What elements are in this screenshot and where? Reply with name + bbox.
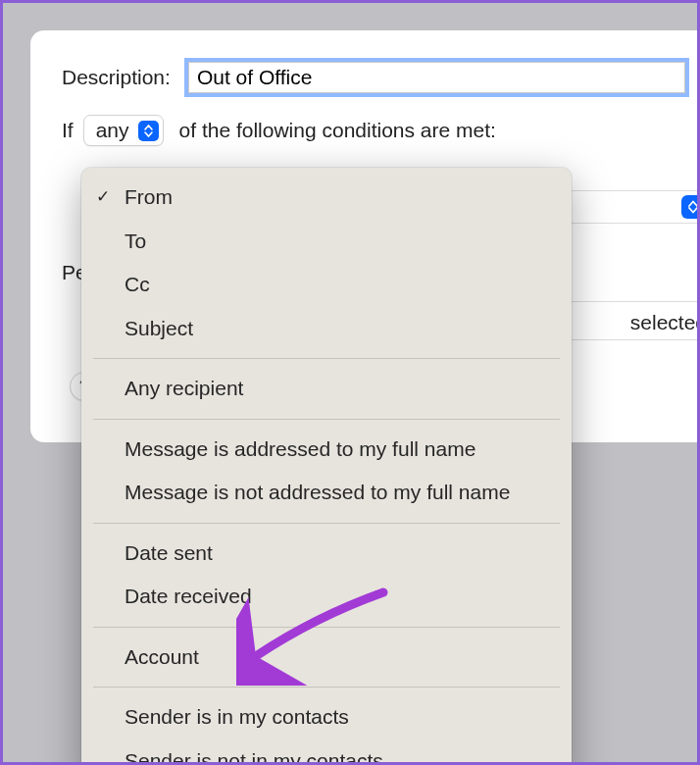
checkmark-icon: ✓ [96, 184, 110, 210]
menu-item-label: Message is addressed to my full name [125, 434, 475, 466]
condition-scope-row: If any of the following conditions are m… [62, 115, 685, 146]
menu-separator [93, 687, 560, 688]
menu-item-label: Account [125, 641, 199, 674]
menu-item-label: Message is not addressed to my full name [125, 477, 510, 509]
description-row: Description: [62, 62, 685, 93]
menu-item[interactable]: Sender is not in my contacts [81, 740, 572, 765]
menu-item[interactable]: Cc [81, 263, 572, 307]
menu-item[interactable]: Message is addressed to my full name [81, 428, 572, 472]
menu-item-label: Sender is not in my contacts [125, 745, 383, 765]
condition-popup-chevron-icon[interactable] [681, 195, 700, 219]
description-input[interactable] [188, 62, 685, 93]
menu-separator [93, 358, 560, 359]
menu-item-label: Subject [125, 313, 193, 345]
if-label: If [62, 119, 74, 142]
menu-item[interactable]: Sender is in my contacts [81, 695, 572, 740]
conditions-met-label: of the following conditions are met: [179, 119, 496, 142]
scope-popup-button[interactable]: any [83, 115, 164, 146]
menu-item[interactable]: Any recipient [81, 367, 572, 411]
menu-item-label: Cc [125, 269, 150, 301]
menu-item[interactable]: Account [81, 636, 572, 680]
menu-item-label: Date sent [125, 537, 213, 570]
menu-item[interactable]: Date received [81, 575, 572, 619]
menu-separator [93, 627, 560, 628]
menu-item-label: From [125, 181, 173, 214]
menu-item-label: To [125, 226, 146, 258]
menu-item-label: Sender is in my contacts [125, 701, 349, 734]
menu-item-label: Date received [125, 581, 252, 613]
menu-item[interactable]: To [81, 220, 572, 264]
selected-text-fragment: selected [630, 311, 700, 334]
updown-chevron-icon [138, 121, 159, 141]
description-label: Description: [62, 66, 171, 89]
scope-value: any [96, 119, 129, 142]
menu-item[interactable]: ✓From [81, 176, 572, 220]
menu-separator [93, 419, 560, 420]
menu-separator [93, 523, 560, 524]
condition-type-dropdown[interactable]: ✓FromToCcSubjectAny recipientMessage is … [81, 168, 572, 765]
menu-item[interactable]: Message is not addressed to my full name [81, 471, 572, 515]
menu-item[interactable]: Subject [81, 307, 572, 351]
menu-item-label: Any recipient [125, 373, 243, 405]
menu-item[interactable]: Date sent [81, 532, 572, 576]
